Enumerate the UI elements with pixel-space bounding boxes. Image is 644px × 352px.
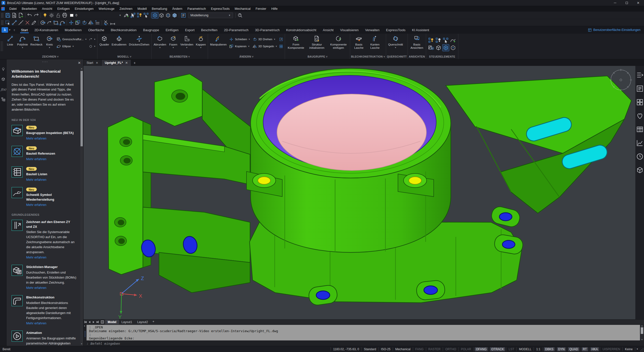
tab-close-icon[interactable]: ✕ bbox=[125, 61, 128, 65]
erase-icon[interactable] bbox=[24, 20, 31, 26]
ribbon-tab-ki-assistent[interactable]: KI Assistent bbox=[409, 26, 432, 34]
ribbon-tab-beschriften[interactable]: Beschriften bbox=[198, 26, 221, 34]
layout-tab-layout2[interactable]: Layout2 bbox=[135, 320, 150, 324]
ribbon-handle[interactable] bbox=[1, 41, 3, 52]
ribbon-tab-visualisieren[interactable]: Visualisieren bbox=[337, 26, 362, 34]
ribbon-button-point[interactable]: ▼ bbox=[88, 43, 96, 50]
control-hide-entities-icon[interactable] bbox=[435, 37, 442, 44]
menu-ndern[interactable]: Ändern bbox=[170, 6, 185, 12]
save-icon[interactable] bbox=[5, 12, 11, 18]
control-view-style-a-icon[interactable] bbox=[435, 45, 442, 51]
ribbon-button-kanten-lasche[interactable]: Kanten Lasche bbox=[367, 34, 383, 55]
select-icon[interactable] bbox=[130, 12, 136, 18]
ribbon-search-icon[interactable]: ⌕ bbox=[12, 28, 16, 32]
last-layout-button[interactable] bbox=[96, 320, 100, 324]
ribbon-tab-3d-parametrisch[interactable]: 3D-Parametrisch bbox=[252, 26, 283, 34]
control-view-style-c-icon[interactable] bbox=[450, 45, 456, 51]
ribbon-button-basis-ansichten[interactable]: Basis Ansichten bbox=[409, 34, 425, 55]
tab-close-icon[interactable]: ✕ bbox=[96, 61, 98, 65]
ribbon-tab-einf-gen[interactable]: Einfügen bbox=[162, 26, 182, 34]
cube-panel-icon[interactable] bbox=[636, 165, 644, 175]
menu-bearbeiten[interactable]: Bearbeiten bbox=[19, 6, 39, 12]
ribbon-tab-verwalten[interactable]: Verwalten bbox=[362, 26, 383, 34]
layer-freeze-icon[interactable] bbox=[48, 12, 55, 18]
prev-layout-button[interactable] bbox=[88, 320, 92, 324]
ribbon-button-array[interactable] bbox=[278, 43, 284, 50]
ribbon-button-dr-cken-ziehen[interactable]: Drücken/Ziehen bbox=[128, 34, 151, 55]
search-help-icon[interactable] bbox=[237, 12, 243, 18]
dropdown-arrow-icon[interactable]: ▼ bbox=[394, 47, 396, 49]
dimension-tool-icon[interactable] bbox=[109, 20, 116, 26]
panel-close-icon[interactable]: ✕ bbox=[78, 61, 81, 65]
isolate-entities-icon[interactable] bbox=[136, 12, 143, 18]
structure-tree-icon[interactable] bbox=[1, 97, 6, 102]
ribbon-tab-2d-konstruieren[interactable]: 2D-Konstruieren bbox=[31, 26, 62, 34]
dropdown-arrow-icon[interactable]: ▼ bbox=[273, 38, 275, 40]
mechanical-heart-icon[interactable] bbox=[636, 111, 644, 120]
match-properties-icon[interactable] bbox=[123, 12, 130, 18]
layer-lock-icon[interactable] bbox=[55, 12, 61, 18]
ribbon-button-basis-lasche[interactable]: Basis Lasche bbox=[351, 34, 367, 55]
learn-more-link[interactable]: Mehr erfahren bbox=[26, 157, 77, 161]
ribbon-button-kopieren[interactable]: Kopieren▼ bbox=[228, 43, 251, 50]
status-uisperren[interactable]: UISPERREN bbox=[600, 347, 622, 351]
ribbon-tab-expresstools[interactable]: ExpressTools bbox=[383, 26, 409, 34]
modeling-style-icon[interactable] bbox=[171, 12, 178, 18]
menu-expresstools[interactable]: ExpressTools bbox=[208, 6, 232, 12]
toolbar-handle[interactable] bbox=[1, 13, 4, 18]
panel-scrollbar[interactable]: ▲ ▼ bbox=[80, 67, 83, 345]
command-panel-handle[interactable] bbox=[85, 331, 86, 337]
status-ortho[interactable]: ORTHO bbox=[443, 347, 458, 351]
ribbon-tab-blechkonstruktion[interactable]: Blechkonstruktion bbox=[107, 26, 140, 34]
ribbon-tab-export[interactable]: Export bbox=[182, 26, 198, 34]
menu-parametrisch[interactable]: Parametrisch bbox=[185, 6, 209, 12]
model-cube-icon[interactable] bbox=[1, 77, 6, 81]
command-scrollbar[interactable]: ▲ ▼ bbox=[640, 325, 643, 340]
model-viewport[interactable]: Z X Y bbox=[84, 66, 635, 319]
color-swatch[interactable] bbox=[70, 14, 73, 17]
ribbon-tab-modellieren[interactable]: Modellieren bbox=[61, 26, 85, 34]
mirror-tool-icon[interactable] bbox=[88, 20, 94, 26]
minimize-button[interactable] bbox=[609, 0, 621, 6]
trim-tool-icon[interactable] bbox=[103, 20, 109, 26]
learn-more-link[interactable]: Mehr erfahren bbox=[26, 321, 77, 325]
line-tool-icon[interactable] bbox=[11, 20, 18, 26]
control-view-style-b-icon[interactable] bbox=[442, 45, 449, 51]
ribbon-tab-2d-parametrisch[interactable]: 2D-Parametrisch bbox=[221, 26, 252, 34]
dropdown-arrow-icon[interactable]: ▼ bbox=[94, 45, 96, 48]
ribbon-button-linie[interactable]: Linie bbox=[4, 34, 16, 55]
menu-mechanical[interactable]: Mechanical bbox=[232, 6, 253, 12]
export-icon[interactable] bbox=[18, 12, 24, 18]
menu-modell[interactable]: Modell bbox=[135, 6, 149, 12]
ribbon-button-form-komponente[interactable]: Form Komponente bbox=[286, 34, 306, 55]
menu-einf-gen[interactable]: Einfügen bbox=[55, 6, 72, 12]
copy-tool-icon[interactable] bbox=[74, 20, 81, 26]
menu-fenster[interactable]: Fenster bbox=[253, 6, 269, 12]
scroll-up-icon[interactable]: ▲ bbox=[80, 68, 83, 69]
menu-app-icon[interactable] bbox=[1, 7, 5, 11]
menu-werkzeuge[interactable]: Werkzeuge bbox=[96, 6, 117, 12]
close-button[interactable]: ✕ bbox=[632, 0, 644, 6]
learn-more-link[interactable]: Mehr erfahren bbox=[26, 178, 77, 182]
ui-settings-button[interactable]: Benutzeroberfläche-Einstellungen bbox=[588, 28, 640, 32]
next-layout-button[interactable] bbox=[92, 320, 96, 324]
layout-tab-layout1[interactable]: Layout1 bbox=[119, 320, 135, 324]
ribbon-button-fasen[interactable]: Fasen▼ bbox=[168, 34, 179, 55]
dropdown-arrow-icon[interactable]: ▼ bbox=[85, 38, 87, 40]
dropdown-arrow-icon[interactable]: ▼ bbox=[200, 47, 202, 49]
panel-drag-handle[interactable] bbox=[42, 61, 48, 62]
menu-bema-ung[interactable]: Bemaßung bbox=[149, 6, 170, 12]
status-polar[interactable]: POLAR bbox=[458, 347, 473, 351]
control-select-components-icon[interactable] bbox=[442, 37, 449, 44]
ribbon-tab-oberfl-che[interactable]: Oberfläche bbox=[85, 26, 108, 34]
arc-tool-icon[interactable] bbox=[46, 20, 53, 26]
control-show-entities-icon[interactable] bbox=[428, 37, 434, 44]
toolbar-handle[interactable] bbox=[1, 20, 4, 25]
status-otrack[interactable]: OTRACK bbox=[489, 347, 506, 351]
menu-datei[interactable]: Datei bbox=[7, 6, 19, 12]
ribbon-button-querschnitt[interactable]: Querschnitt▼ bbox=[387, 34, 404, 55]
ribbon-button-kreis[interactable]: Kreis▼ bbox=[44, 34, 55, 55]
dropdown-arrow-icon[interactable]: ▼ bbox=[72, 45, 74, 48]
ribbon-button-polylinie[interactable]: Polylinie▼ bbox=[16, 34, 29, 55]
panel-menu-icon[interactable] bbox=[636, 70, 644, 80]
